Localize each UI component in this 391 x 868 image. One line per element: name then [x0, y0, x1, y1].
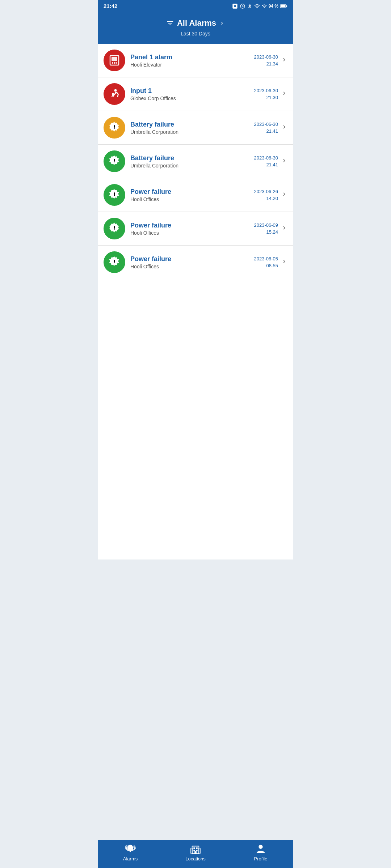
- bottom-nav: Alarms Locations Profile: [98, 840, 293, 868]
- alarm-content: Power failure Hooli Offices: [130, 188, 254, 202]
- svg-rect-22: [114, 226, 115, 229]
- alarm-title: Input 1: [130, 87, 254, 95]
- svg-point-5: [112, 62, 113, 64]
- svg-rect-30: [193, 847, 195, 849]
- alarm-content: Power failure Hooli Offices: [130, 255, 254, 269]
- nav-item-alarms[interactable]: Alarms: [98, 843, 163, 861]
- profile-nav-label: Profile: [254, 856, 268, 861]
- alarm-title: Battery failure: [130, 121, 254, 128]
- alarm-meta: 2023-06-0915.24: [254, 222, 278, 236]
- alarm-location: Hooli Offices: [130, 264, 254, 269]
- alarm-item[interactable]: Power failure Hooli Offices 2023-06-2614…: [98, 178, 293, 212]
- alarm-icon: [104, 83, 125, 105]
- alarm-list: Panel 1 alarm Hooli Elevator 2023-06-302…: [98, 44, 293, 559]
- status-bar: 21:42 94 %: [98, 0, 293, 12]
- alarm-location: Hooli Offices: [130, 230, 254, 236]
- alarm-content: Battery failure Umbrella Corporation: [130, 154, 254, 169]
- svg-rect-33: [196, 850, 198, 851]
- alarm-location: Umbrella Corporation: [130, 163, 254, 169]
- svg-rect-16: [114, 159, 115, 161]
- alarms-nav-label: Alarms: [123, 856, 138, 861]
- alarm-content: Panel 1 alarm Hooli Elevator: [130, 54, 254, 68]
- header: All Alarms Last 30 Days: [98, 12, 293, 44]
- bluetooth-icon: [247, 4, 252, 9]
- alarm-icon: [104, 150, 125, 172]
- profile-nav-icon: [255, 843, 266, 854]
- locations-nav-label: Locations: [185, 856, 206, 861]
- header-subtitle: Last 30 Days: [104, 31, 287, 37]
- svg-point-17: [114, 161, 115, 162]
- chevron-right-icon: [281, 225, 287, 233]
- nav-item-locations[interactable]: Locations: [163, 843, 228, 861]
- alarm-meta: 2023-06-3021.41: [254, 121, 278, 135]
- alarm-icon: [104, 218, 125, 239]
- svg-rect-2: [286, 5, 287, 7]
- alarm-content: Input 1 Globex Corp Offices: [130, 87, 254, 101]
- alarm-location: Hooli Offices: [130, 196, 254, 202]
- svg-point-14: [114, 128, 115, 128]
- alarm-item[interactable]: Panel 1 alarm Hooli Elevator 2023-06-302…: [98, 44, 293, 77]
- svg-rect-13: [114, 125, 115, 128]
- svg-rect-32: [193, 850, 195, 851]
- alarm-item[interactable]: Power failure Hooli Offices 2023-06-0915…: [98, 212, 293, 246]
- alarm-item[interactable]: Power failure Hooli Offices 2023-06-0508…: [98, 246, 293, 279]
- svg-rect-4: [112, 57, 117, 61]
- chevron-right-icon: [281, 258, 287, 267]
- chevron-right-icon: [219, 20, 225, 26]
- alarm-clock-icon: [240, 3, 245, 9]
- alarms-nav-icon: [125, 843, 136, 854]
- nav-item-profile[interactable]: Profile: [228, 843, 293, 861]
- alarm-item[interactable]: Battery failure Umbrella Corporation 202…: [98, 111, 293, 145]
- nfc-icon: [232, 3, 238, 9]
- svg-point-37: [258, 845, 262, 849]
- alarm-date: 2023-06-3021.30: [254, 87, 278, 101]
- chevron-right-icon: [281, 90, 287, 98]
- alarm-date: 2023-06-3021.41: [254, 121, 278, 135]
- svg-point-28: [130, 850, 131, 852]
- svg-point-20: [114, 195, 115, 196]
- chevron-right-icon: [281, 157, 287, 166]
- alarm-title: Panel 1 alarm: [130, 54, 254, 61]
- svg-rect-25: [114, 260, 115, 262]
- alarm-date: 2023-06-3021.41: [254, 154, 278, 169]
- alarm-meta: 2023-06-3021.34: [254, 54, 278, 68]
- empty-area: [98, 559, 293, 840]
- svg-point-23: [114, 229, 115, 229]
- svg-point-26: [114, 262, 115, 263]
- locations-nav-icon: [190, 843, 201, 854]
- svg-rect-19: [114, 192, 115, 195]
- alarm-icon: [104, 251, 125, 273]
- alarm-content: Battery failure Umbrella Corporation: [130, 121, 254, 135]
- battery-level: 94 %: [269, 4, 278, 9]
- header-title[interactable]: All Alarms: [104, 18, 287, 28]
- signal-icon: [262, 4, 267, 9]
- alarm-item[interactable]: Input 1 Globex Corp Offices 2023-06-3021…: [98, 77, 293, 111]
- svg-point-11: [112, 97, 113, 97]
- alarm-icon: [104, 184, 125, 206]
- svg-point-6: [114, 62, 115, 64]
- svg-rect-31: [196, 847, 198, 849]
- svg-rect-10: [113, 96, 113, 97]
- filter-icon: [166, 19, 174, 27]
- alarm-meta: 2023-06-3021.30: [254, 87, 278, 101]
- alarm-date: 2023-06-0508.55: [254, 255, 278, 269]
- alarm-title: Power failure: [130, 188, 254, 196]
- alarm-date: 2023-06-2614.20: [254, 188, 278, 202]
- svg-rect-1: [281, 5, 285, 7]
- alarm-title: Battery failure: [130, 154, 254, 162]
- chevron-right-icon: [281, 56, 287, 65]
- alarm-date: 2023-06-0915.24: [254, 222, 278, 236]
- chevron-right-icon: [281, 191, 287, 199]
- svg-rect-34: [194, 851, 197, 854]
- alarm-item[interactable]: Battery failure Umbrella Corporation 202…: [98, 145, 293, 178]
- battery-icon: [280, 4, 287, 8]
- alarm-date: 2023-06-3021.34: [254, 54, 278, 68]
- alarm-meta: 2023-06-3021.41: [254, 154, 278, 169]
- alarm-meta: 2023-06-0508.55: [254, 255, 278, 269]
- alarm-title: Power failure: [130, 255, 254, 263]
- chevron-right-icon: [281, 124, 287, 132]
- alarm-location: Umbrella Corporation: [130, 129, 254, 135]
- alarm-icon: [104, 117, 125, 139]
- alarm-meta: 2023-06-2614.20: [254, 188, 278, 202]
- alarm-content: Power failure Hooli Offices: [130, 222, 254, 236]
